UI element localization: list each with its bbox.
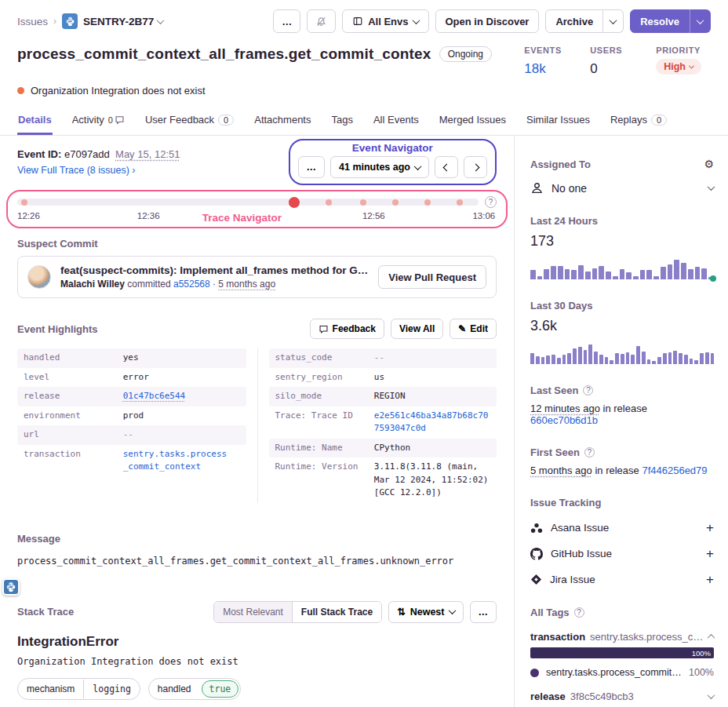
event-navigator-label: Event Navigator: [298, 142, 488, 154]
tab-user-feedback[interactable]: User Feedback0: [144, 109, 235, 135]
trace-event-dot[interactable]: [360, 199, 366, 206]
mute-bell-button[interactable]: [307, 9, 336, 33]
tab-count-bubble: 0: [108, 115, 125, 125]
first-seen-release-link[interactable]: 7f446256ed79: [642, 465, 707, 476]
resolve-dropdown-button[interactable]: [690, 9, 711, 33]
chart-bar: [536, 356, 540, 364]
tab-activity[interactable]: Activity0: [71, 109, 126, 135]
issue-subtitle: Organization Integration does not exist: [31, 85, 206, 97]
trace-event-dot[interactable]: [21, 199, 27, 206]
next-event-button[interactable]: [464, 156, 487, 178]
highlight-value[interactable]: 01c47bc6e544: [123, 390, 240, 403]
button-label: Edit: [470, 323, 488, 334]
chart-bar: [663, 353, 667, 364]
live-indicator-dot: [710, 275, 716, 282]
assignee-row[interactable]: No one: [530, 181, 714, 195]
tag-chevron-icon[interactable]: [708, 634, 715, 642]
tab-label: Activity: [72, 114, 104, 126]
trace-timeline[interactable]: [17, 199, 479, 206]
highlight-row: transactionsentry.tasks.process _commit_…: [17, 445, 246, 477]
tab-merged-issues[interactable]: Merged Issues: [439, 109, 507, 135]
add-asana-issue-button[interactable]: +: [706, 521, 714, 534]
chart-bar: [546, 355, 550, 364]
event-date[interactable]: May 15, 12:51: [115, 148, 180, 160]
view-pull-request-button[interactable]: View Pull Request: [378, 265, 486, 289]
chart-bar: [700, 353, 704, 364]
tag-chevron-icon[interactable]: [708, 691, 715, 699]
trace-event-dot[interactable]: [326, 199, 332, 206]
add-github-issue-button[interactable]: +: [706, 547, 714, 560]
chart-bar: [705, 352, 709, 364]
chart-bar: [636, 346, 640, 364]
stat-value[interactable]: 18k: [524, 61, 563, 77]
chart-bar: [621, 354, 624, 364]
highlight-value: prod: [123, 410, 240, 423]
stat-label: EVENTS: [524, 46, 563, 55]
archive-button[interactable]: Archive: [545, 9, 603, 33]
tab-details[interactable]: Details: [17, 109, 53, 135]
commit-sha-link[interactable]: a552568: [173, 279, 210, 290]
highlight-value[interactable]: sentry.tasks.process _commit_context: [123, 448, 240, 474]
toggle-most-relevant[interactable]: Most Relevant: [214, 602, 292, 622]
chart-bar: [578, 265, 584, 279]
breadcrumb-issues[interactable]: Issues: [17, 16, 48, 27]
trace-event-dot[interactable]: [392, 199, 399, 206]
tab-all-events[interactable]: All Events: [373, 109, 420, 135]
priority-badge[interactable]: High: [656, 59, 701, 75]
chart-bar: [565, 269, 570, 279]
button-label: Feedback: [333, 323, 376, 334]
chart-bar: [679, 353, 682, 364]
highlight-value: yes: [123, 352, 240, 365]
breadcrumb-issue-id[interactable]: SENTRY-2B77: [83, 16, 163, 27]
tab-tags[interactable]: Tags: [330, 109, 353, 135]
highlight-row: url--: [17, 425, 246, 445]
trace-current-event-dot[interactable]: [289, 197, 300, 208]
commit-message: feat(suspect-commits): Implement all_fra…: [60, 264, 369, 276]
chart-bar: [592, 268, 598, 279]
prev-event-button[interactable]: [435, 156, 458, 178]
first-seen-help-icon[interactable]: ?: [584, 447, 595, 457]
mechanism-chips: mechanismlogginghandledtrue: [17, 678, 497, 700]
tab-attachments[interactable]: Attachments: [253, 109, 311, 135]
view-all-button[interactable]: View All: [391, 319, 443, 339]
trace-help-icon[interactable]: ?: [485, 196, 497, 208]
edit-icon: ✎: [458, 323, 466, 334]
last-seen-release-link[interactable]: 660ec70b6d1b: [530, 414, 598, 426]
feedback-button[interactable]: Feedback: [310, 319, 384, 339]
more-actions-button[interactable]: …: [273, 9, 300, 33]
trace-event-dot[interactable]: [457, 199, 463, 206]
highlight-row: silo_modeREGION: [269, 387, 497, 406]
trace-event-dot[interactable]: [424, 199, 431, 206]
view-full-trace-link[interactable]: View Full Trace (8 issues) ›: [17, 165, 180, 176]
stack-more-button[interactable]: …: [470, 601, 497, 623]
event-frequency-chart: [530, 344, 714, 364]
event-more-button[interactable]: …: [298, 156, 326, 178]
archive-dropdown-button[interactable]: [603, 9, 624, 33]
tag-header[interactable]: release3f8c5c49bcb3: [530, 691, 714, 702]
edit-button[interactable]: ✎Edit: [450, 319, 497, 339]
stack-display-toggle: Most RelevantFull Stack Trace: [213, 601, 382, 623]
environment-filter-button[interactable]: All Envs: [342, 9, 428, 33]
sort-button[interactable]: ⇅ Newest: [388, 601, 463, 623]
assignee-settings-gear-icon[interactable]: ⚙: [704, 158, 714, 170]
tag-header[interactable]: transactionsentry.tasks.process_com…: [530, 631, 714, 643]
last-seen-help-icon[interactable]: ?: [583, 385, 593, 395]
add-jira-issue-button[interactable]: +: [706, 573, 714, 586]
commit-age[interactable]: 5 months ago: [218, 279, 275, 290]
chart-bar: [557, 358, 561, 364]
assignee-chevron-icon: [708, 183, 715, 191]
issue-tracking-list: Asana Issue+GitHub Issue+Jira Issue+: [530, 521, 714, 586]
highlight-value[interactable]: e2e561c46ba34a87b68c707593047c0d: [374, 410, 490, 435]
open-in-discover-button[interactable]: Open in Discover: [435, 9, 540, 33]
tab-replays[interactable]: Replays0: [610, 109, 668, 135]
all-tags-help-icon[interactable]: ?: [574, 607, 584, 618]
resolve-button[interactable]: Resolve: [630, 9, 690, 33]
tab-similar-issues[interactable]: Similar Issues: [526, 109, 591, 135]
chart-bar: [606, 272, 611, 279]
toggle-full-stack-trace[interactable]: Full Stack Trace: [292, 602, 381, 622]
highlight-row: environmentprod: [17, 406, 246, 426]
issue-stats: EVENTS18kUSERS0PRIORITYHigh: [524, 46, 711, 77]
highlight-key: sentry_region: [275, 371, 374, 384]
event-age-dropdown[interactable]: 41 minutes ago: [330, 156, 429, 178]
tracking-label: Asana Issue: [551, 522, 609, 534]
